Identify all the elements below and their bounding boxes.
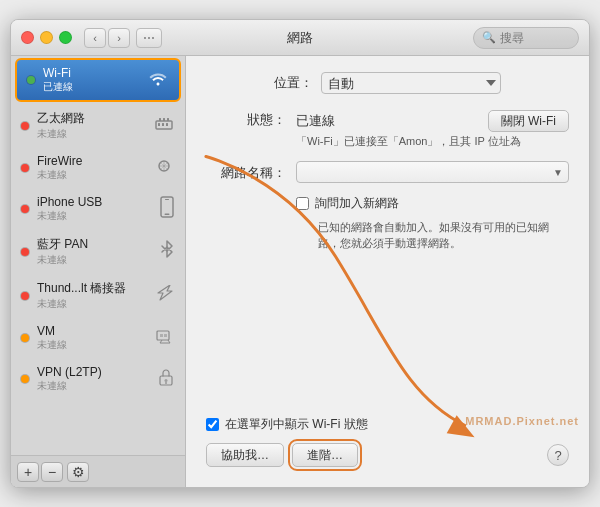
vpn-icon	[157, 367, 175, 392]
iphone-icon	[159, 196, 175, 223]
item-name-thunderbolt: Thund...lt 橋接器	[37, 280, 147, 297]
item-text-wifi: Wi-Fi 已連線	[43, 66, 139, 94]
sidebar-item-wifi[interactable]: Wi-Fi 已連線	[15, 58, 181, 102]
item-name-firewire: FireWire	[37, 154, 145, 168]
svg-rect-13	[164, 334, 167, 337]
sidebar-item-ethernet[interactable]: 乙太網路 未連線	[11, 104, 185, 147]
wifi-icon	[147, 70, 169, 91]
sidebar-item-firewire[interactable]: FireWire 未連線	[11, 148, 185, 188]
status-dot-firewire	[21, 164, 29, 172]
item-text-vm: VM 未連線	[37, 324, 147, 352]
svg-rect-4	[158, 123, 160, 126]
ask-join-label[interactable]: 詢問加入新網路	[315, 195, 399, 212]
item-text-thunderbolt: Thund...lt 橋接器 未連線	[37, 280, 147, 311]
item-status-ethernet: 未連線	[37, 127, 145, 141]
minimize-button[interactable]	[40, 31, 53, 44]
sidebar-item-thunderbolt[interactable]: Thund...lt 橋接器 未連線	[11, 274, 185, 317]
content-area: Wi-Fi 已連線 乙太網路	[11, 56, 589, 487]
item-text-vpn: VPN (L2TP) 未連線	[37, 365, 149, 393]
item-text-firewire: FireWire 未連線	[37, 154, 145, 182]
connected-text: 已連線	[296, 112, 335, 130]
svg-rect-12	[160, 334, 163, 337]
add-button[interactable]: +	[17, 462, 39, 482]
status-dot-wifi	[27, 76, 35, 84]
search-icon: 🔍	[482, 31, 496, 44]
item-text-ethernet: 乙太網路 未連線	[37, 110, 145, 141]
status-dot-iphone-usb	[21, 205, 29, 213]
show-wifi-checkbox[interactable]	[206, 418, 219, 431]
svg-rect-2	[163, 118, 165, 121]
ethernet-icon	[153, 115, 175, 136]
status-content: 已連線 關閉 Wi-Fi 「Wi-Fi」已連接至「Amon」，且其 IP 位址為	[296, 110, 569, 149]
sidebar-item-bluetooth[interactable]: 藍牙 PAN 未連線	[11, 230, 185, 273]
svg-rect-6	[166, 123, 168, 126]
maximize-button[interactable]	[59, 31, 72, 44]
status-dot-bluetooth	[21, 248, 29, 256]
item-name-wifi: Wi-Fi	[43, 66, 139, 80]
sidebar-list: Wi-Fi 已連線 乙太網路	[11, 56, 185, 455]
close-button[interactable]	[21, 31, 34, 44]
wifi-off-button[interactable]: 關閉 Wi-Fi	[488, 110, 569, 132]
svg-rect-1	[159, 118, 161, 121]
help-button[interactable]: ?	[547, 444, 569, 466]
thunderbolt-icon	[155, 285, 175, 306]
forward-button[interactable]: ›	[108, 28, 130, 48]
network-name-row: 網路名稱： ▼	[206, 161, 569, 183]
network-select[interactable]	[296, 161, 569, 183]
status-section: 狀態： 已連線 關閉 Wi-Fi 「Wi-Fi」已連接至「Amon」，且其 IP…	[206, 110, 569, 149]
item-name-vpn: VPN (L2TP)	[37, 365, 149, 379]
location-select[interactable]: 自動	[321, 72, 501, 94]
ask-join-section: 詢問加入新網路 已知的網路會自動加入。如果沒有可用的已知網路，您就必須手動選擇網…	[296, 195, 569, 259]
status-label: 狀態：	[206, 110, 286, 129]
item-status-wifi: 已連線	[43, 80, 139, 94]
item-name-ethernet: 乙太網路	[37, 110, 145, 127]
grid-view-button[interactable]: ⋯	[136, 28, 162, 48]
watermark: MRMAD.Pixnet.net	[465, 415, 579, 427]
item-name-iphone-usb: iPhone USB	[37, 195, 151, 209]
location-label: 位置：	[274, 74, 313, 92]
firewire-icon	[153, 158, 175, 179]
advanced-button[interactable]: 進階…	[292, 443, 358, 467]
status-dot-ethernet	[21, 122, 29, 130]
sidebar-item-iphone-usb[interactable]: iPhone USB 未連線	[11, 189, 185, 229]
item-status-vpn: 未連線	[37, 379, 149, 393]
sidebar-item-vpn[interactable]: VPN (L2TP) 未連線	[11, 359, 185, 399]
titlebar: ‹ › ⋯ 網路 🔍	[11, 20, 589, 56]
gear-button[interactable]: ⚙	[67, 462, 89, 482]
ask-join-row: 詢問加入新網路	[296, 195, 569, 212]
location-row: 位置： 自動	[206, 72, 569, 94]
network-preferences-window: ‹ › ⋯ 網路 🔍 Wi-Fi 已連線	[10, 19, 590, 488]
ask-join-checkbox[interactable]	[296, 197, 309, 210]
show-wifi-label[interactable]: 在選單列中顯示 Wi-Fi 狀態	[225, 416, 368, 433]
item-text-bluetooth: 藍牙 PAN 未連線	[37, 236, 151, 267]
item-status-firewire: 未連線	[37, 168, 145, 182]
back-button[interactable]: ‹	[84, 28, 106, 48]
remove-button[interactable]: −	[41, 462, 63, 482]
svg-rect-10	[165, 199, 169, 200]
status-dot-thunderbolt	[21, 292, 29, 300]
svg-point-15	[165, 379, 168, 382]
network-select-wrap: ▼	[296, 161, 569, 183]
auto-join-description: 已知的網路會自動加入。如果沒有可用的已知網路，您就必須手動選擇網路。	[318, 220, 569, 251]
sidebar-item-vm[interactable]: VM 未連線	[11, 318, 185, 358]
search-input[interactable]	[500, 31, 570, 45]
svg-rect-3	[167, 118, 169, 121]
vm-icon	[155, 328, 175, 349]
network-name-label: 網路名稱：	[206, 163, 286, 182]
sidebar-toolbar: + − ⚙	[11, 455, 185, 487]
nav-buttons: ‹ ›	[84, 28, 130, 48]
svg-rect-9	[165, 213, 170, 215]
assist-button[interactable]: 協助我…	[206, 443, 284, 467]
item-status-vm: 未連線	[37, 338, 147, 352]
item-name-bluetooth: 藍牙 PAN	[37, 236, 151, 253]
svg-rect-5	[162, 123, 164, 126]
search-box[interactable]: 🔍	[473, 27, 579, 49]
item-status-iphone-usb: 未連線	[37, 209, 151, 223]
bluetooth-icon	[159, 239, 175, 264]
item-status-bluetooth: 未連線	[37, 253, 151, 267]
status-dot-vm	[21, 334, 29, 342]
traffic-lights	[21, 31, 72, 44]
item-text-iphone-usb: iPhone USB 未連線	[37, 195, 151, 223]
bottom-buttons: 協助我… 進階… ?	[206, 443, 569, 471]
status-dot-vpn	[21, 375, 29, 383]
